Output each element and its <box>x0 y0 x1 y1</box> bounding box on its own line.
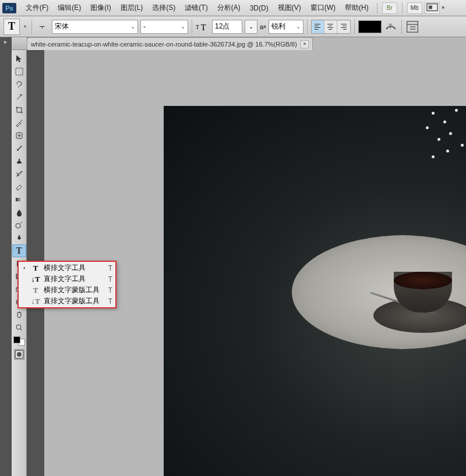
panel-icon <box>405 20 419 34</box>
menu-select[interactable]: 选择(S) <box>147 1 180 15</box>
flyout-horizontal-type[interactable]: ▪ T 横排文字工具 T <box>19 262 115 273</box>
menu-window[interactable]: 窗口(W) <box>306 1 340 15</box>
flyout-shortcut: T <box>103 275 112 283</box>
font-size-select[interactable]: 12点 <box>212 20 242 34</box>
tab-strip-edge <box>12 37 27 50</box>
active-dot-icon: ▪ <box>22 265 27 271</box>
menu-analysis[interactable]: 分析(A) <box>213 1 245 15</box>
dodge-tool[interactable] <box>12 219 26 232</box>
menu-filter[interactable]: 滤镜(T) <box>180 1 212 15</box>
align-left-button[interactable] <box>312 20 324 33</box>
horizontal-type-icon: T <box>31 264 40 273</box>
flyout-label: 直排文字蒙版工具 <box>44 296 100 306</box>
active-tool-indicator: T <box>3 19 20 35</box>
menu-layer[interactable]: 图层(L) <box>116 1 148 15</box>
type-icon: T <box>16 246 22 256</box>
toolbox-expand-button[interactable]: ▸ <box>1 37 9 45</box>
screen-mode-dropdown[interactable]: ▼ <box>441 5 446 10</box>
separator <box>307 19 308 34</box>
character-panel-button[interactable] <box>405 20 419 34</box>
separator <box>192 19 192 34</box>
document-tab[interactable]: white-ceramic-teacup-on-white-ceramic-sa… <box>27 37 313 50</box>
magic-wand-tool[interactable] <box>12 91 26 104</box>
workspace: ▸ T <box>0 37 466 476</box>
hand-tool[interactable] <box>12 308 26 321</box>
text-color-swatch[interactable] <box>358 20 382 33</box>
type-tool[interactable]: T <box>12 244 26 257</box>
align-right-button[interactable] <box>337 20 350 33</box>
bridge-button[interactable]: Br <box>382 2 397 14</box>
svg-text:T: T <box>196 24 199 30</box>
gradient-tool[interactable] <box>12 193 26 206</box>
separator <box>31 19 32 34</box>
text-orientation-icon: ⫟ <box>36 20 50 34</box>
flyout-horizontal-type-mask[interactable]: T 横排文字蒙版工具 T <box>19 285 115 296</box>
svg-point-18 <box>16 325 21 329</box>
clone-stamp-tool[interactable] <box>12 155 26 168</box>
flyout-vertical-type-mask[interactable]: ↓T 直排文字蒙版工具 T <box>19 296 115 307</box>
move-tool[interactable] <box>12 52 26 65</box>
canvas-area <box>44 37 466 476</box>
svg-rect-1 <box>429 5 432 9</box>
menu-help[interactable]: 帮助(H) <box>340 1 373 15</box>
crop-tool[interactable] <box>12 104 26 116</box>
color-chips[interactable] <box>13 336 25 346</box>
quick-mask-button[interactable] <box>14 349 24 360</box>
foreground-color-chip[interactable] <box>13 336 20 343</box>
svg-point-14 <box>16 223 20 228</box>
history-brush-tool[interactable] <box>12 168 26 180</box>
zoom-tool[interactable] <box>12 321 26 334</box>
document-canvas[interactable] <box>164 106 466 476</box>
chevron-down-icon: ⌄ <box>177 23 185 30</box>
eraser-tool[interactable] <box>12 180 26 193</box>
flyout-shortcut: T <box>103 286 112 294</box>
menu-image[interactable]: 图像(I) <box>86 1 115 15</box>
svg-text:⫟: ⫟ <box>38 22 47 31</box>
flowers-decoration <box>414 106 466 205</box>
align-left-icon <box>315 24 320 30</box>
eyedropper-tool[interactable] <box>12 116 26 129</box>
chevron-down-icon: ⌄ <box>127 23 135 30</box>
pen-tool[interactable] <box>12 232 26 244</box>
minibridge-button[interactable]: Mb <box>407 2 422 14</box>
svg-rect-13 <box>16 198 23 201</box>
menu-file[interactable]: 文件(F) <box>21 1 53 15</box>
antialias-select[interactable]: 锐利 ⌄ <box>269 20 303 34</box>
svg-point-20 <box>17 352 22 357</box>
separator <box>401 19 402 34</box>
svg-point-11 <box>21 94 22 95</box>
healing-brush-tool[interactable] <box>12 129 26 142</box>
antialias-value: 锐利 <box>271 22 285 31</box>
vertical-type-icon: ↓T <box>31 275 40 284</box>
menu-3d[interactable]: 3D(D) <box>245 2 273 15</box>
app-logo: Ps <box>2 3 16 13</box>
warp-text-button[interactable]: T <box>384 20 398 34</box>
align-center-button[interactable] <box>324 20 337 33</box>
horizontal-type-mask-icon: T <box>31 286 40 295</box>
lasso-tool[interactable] <box>12 78 26 91</box>
tab-close-button[interactable]: × <box>301 40 309 48</box>
flyout-label: 横排文字工具 <box>44 263 100 273</box>
text-orientation-button[interactable]: ⫟ <box>36 20 50 34</box>
screen-mode-icon <box>425 1 439 15</box>
menu-bar: Ps 文件(F) 编辑(E) 图像(I) 图层(L) 选择(S) 滤镜(T) 分… <box>0 0 466 16</box>
screen-mode-button[interactable] <box>425 2 440 14</box>
separator <box>402 3 403 13</box>
warp-text-icon: T <box>384 20 398 34</box>
tool-preset-dropdown[interactable]: ▾ <box>22 19 28 35</box>
marquee-tool[interactable] <box>12 65 26 78</box>
flyout-vertical-type[interactable]: ↓T 直排文字工具 T <box>19 273 115 285</box>
align-center-icon <box>327 24 333 30</box>
antialias-label: aa <box>260 23 266 30</box>
menu-view[interactable]: 视图(V) <box>273 1 306 15</box>
brush-tool[interactable] <box>12 142 26 155</box>
font-size-dropdown[interactable]: ⌄ <box>245 20 257 34</box>
font-family-select[interactable]: 宋体 ⌄ <box>52 20 138 34</box>
vertical-type-mask-icon: ↓T <box>31 297 40 306</box>
chevron-down-icon: ⌄ <box>292 23 301 30</box>
toolbox: T <box>12 37 27 476</box>
align-right-icon <box>341 24 347 30</box>
blur-tool[interactable] <box>12 206 26 219</box>
menu-edit[interactable]: 编辑(E) <box>53 1 86 15</box>
font-style-select[interactable]: - ⌄ <box>140 20 188 34</box>
